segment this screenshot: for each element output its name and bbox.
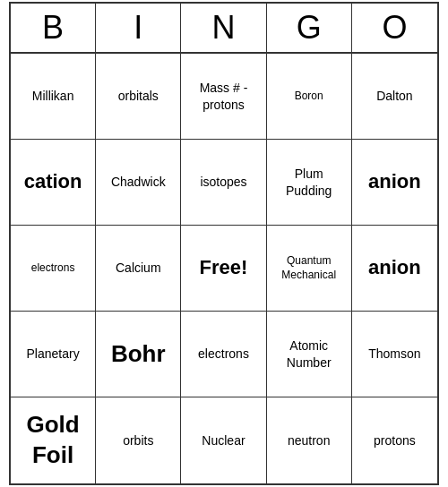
bingo-cell-8: Plum Pudding [267,140,352,226]
header-letter-i: I [96,4,181,52]
bingo-cell-0: Millikan [11,54,96,140]
bingo-cell-7: isotopes [181,140,266,226]
bingo-cell-13: Quantum Mechanical [267,226,352,312]
bingo-cell-11: Calcium [96,226,181,312]
bingo-grid: MillikanorbitalsMass # - protonsBoronDal… [11,54,437,483]
bingo-cell-5: cation [11,140,96,226]
header-letter-n: N [181,4,266,52]
bingo-cell-20: Gold Foil [11,397,96,483]
bingo-cell-6: Chadwick [96,140,181,226]
bingo-cell-2: Mass # - protons [181,54,266,140]
bingo-cell-24: protons [352,397,437,483]
bingo-cell-17: electrons [181,312,266,397]
bingo-cell-3: Boron [267,54,352,140]
header-letter-o: O [352,4,437,52]
bingo-cell-14: anion [352,226,437,312]
bingo-cell-10: electrons [11,226,96,312]
header-letter-g: G [267,4,352,52]
bingo-cell-12: Free! [181,226,266,312]
bingo-header: BINGO [11,4,437,54]
bingo-cell-21: orbits [96,397,181,483]
bingo-cell-16: Bohr [96,312,181,397]
bingo-cell-9: anion [352,140,437,226]
bingo-card: BINGO MillikanorbitalsMass # - protonsBo… [9,2,439,485]
bingo-cell-4: Dalton [352,54,437,140]
bingo-cell-18: Atomic Number [267,312,352,397]
bingo-cell-1: orbitals [96,54,181,140]
bingo-cell-23: neutron [267,397,352,483]
bingo-cell-19: Thomson [352,312,437,397]
bingo-cell-15: Planetary [11,312,96,397]
header-letter-b: B [11,4,96,52]
bingo-cell-22: Nuclear [181,397,266,483]
